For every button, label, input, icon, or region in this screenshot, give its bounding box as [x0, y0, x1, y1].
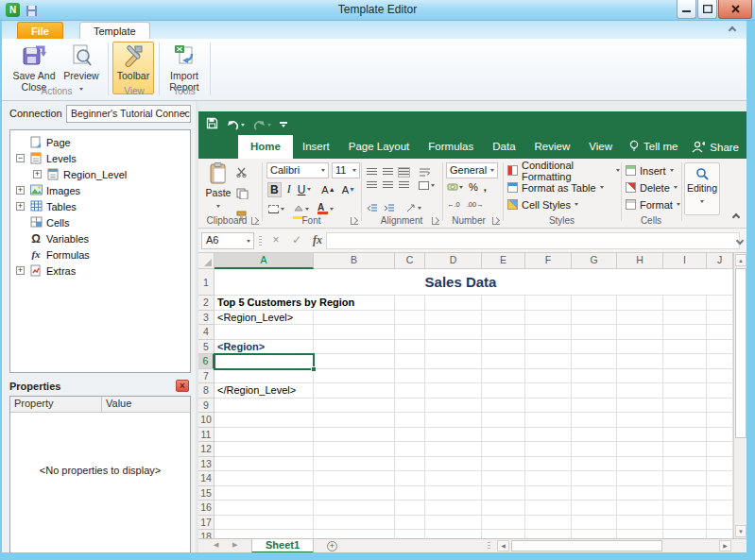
- cell-D15[interactable]: [425, 486, 482, 501]
- cell-J7[interactable]: [707, 369, 733, 384]
- cell-J18[interactable]: [707, 530, 733, 538]
- cell-C5[interactable]: [395, 340, 425, 355]
- cell-J8[interactable]: [707, 383, 733, 399]
- cell-I4[interactable]: [663, 325, 707, 340]
- row-header-2[interactable]: 2: [198, 296, 214, 311]
- cell-C12[interactable]: [395, 442, 425, 457]
- cell-I10[interactable]: [663, 413, 707, 428]
- cell-H3[interactable]: [617, 311, 663, 326]
- cell-A2[interactable]: Top 5 Customers by Region: [214, 296, 314, 311]
- cell-H4[interactable]: [617, 325, 663, 340]
- cell-J3[interactable]: [707, 311, 733, 326]
- properties-column-value[interactable]: Value: [102, 397, 190, 412]
- increase-decimal-button[interactable]: ←.0: [447, 200, 460, 209]
- cell-H7[interactable]: [617, 369, 663, 384]
- cell-G9[interactable]: [572, 399, 617, 414]
- cell-E5[interactable]: [482, 340, 525, 355]
- cell-H14[interactable]: [617, 471, 663, 486]
- collapse-ribbon-icon[interactable]: [729, 26, 736, 34]
- merge-center-icon[interactable]: [419, 181, 435, 190]
- cell-A16[interactable]: [214, 501, 314, 516]
- connection-select[interactable]: Beginner's Tutorial Connection: [66, 105, 191, 123]
- column-header-C[interactable]: C: [395, 253, 425, 269]
- cell-F14[interactable]: [525, 471, 572, 486]
- cell-F9[interactable]: [525, 399, 572, 414]
- row-header-12[interactable]: 12: [198, 442, 214, 457]
- scroll-down-icon[interactable]: ▼: [735, 525, 746, 537]
- cell-I18[interactable]: [663, 530, 707, 538]
- decrease-decimal-button[interactable]: .00→: [467, 200, 484, 209]
- column-header-G[interactable]: G: [572, 253, 617, 269]
- bold-button[interactable]: B: [268, 183, 281, 196]
- insert-function-button[interactable]: fx: [308, 232, 327, 249]
- cell-D4[interactable]: [425, 325, 482, 340]
- cell-J11[interactable]: [707, 428, 733, 443]
- cell-C17[interactable]: [395, 516, 425, 531]
- cell-styles-button[interactable]: Cell Styles: [507, 196, 578, 212]
- properties-column-property[interactable]: Property: [10, 397, 102, 412]
- tree-expander-icon[interactable]: +: [16, 202, 25, 211]
- cell-H17[interactable]: [617, 516, 663, 531]
- cell-A11[interactable]: [214, 428, 314, 443]
- align-center-icon[interactable]: [383, 181, 393, 190]
- font-size-select[interactable]: 11: [332, 162, 360, 178]
- cell-B11[interactable]: [314, 428, 395, 443]
- orientation-icon[interactable]: [406, 203, 421, 212]
- cell-E2[interactable]: [482, 296, 525, 311]
- cell-E16[interactable]: [482, 501, 525, 516]
- collapse-excel-ribbon-icon[interactable]: [732, 213, 740, 221]
- cell-J15[interactable]: [707, 486, 733, 501]
- font-color-button[interactable]: A: [317, 204, 334, 214]
- row-header-18[interactable]: 18: [198, 530, 214, 538]
- cell-D3[interactable]: [425, 311, 482, 326]
- cell-G7[interactable]: [572, 369, 617, 384]
- cell-E18[interactable]: [482, 530, 525, 538]
- cell-G18[interactable]: [572, 530, 617, 538]
- cell-B5[interactable]: [314, 340, 395, 355]
- tree-item-formulas[interactable]: fxFormulas: [10, 246, 190, 263]
- cell-A1-merged-title[interactable]: Sales Data: [214, 269, 707, 295]
- cell-H16[interactable]: [617, 501, 663, 516]
- column-header-F[interactable]: F: [525, 253, 572, 269]
- excel-tab-formulas[interactable]: Formulas: [419, 135, 483, 159]
- cell-I15[interactable]: [663, 486, 707, 501]
- cell-D17[interactable]: [425, 516, 482, 531]
- row-header-5[interactable]: 5: [198, 340, 214, 355]
- horizontal-scrollbar[interactable]: ◀ ▶: [497, 540, 731, 552]
- cell-G17[interactable]: [572, 516, 617, 531]
- cell-C10[interactable]: [395, 413, 425, 428]
- cell-J13[interactable]: [707, 457, 733, 472]
- sheet-nav-left-icon[interactable]: ◀: [214, 541, 218, 549]
- cell-I14[interactable]: [663, 471, 707, 486]
- column-header-D[interactable]: D: [425, 253, 482, 269]
- delete-cells-button[interactable]: Delete: [626, 179, 678, 195]
- cell-C6[interactable]: [395, 354, 425, 369]
- cell-H9[interactable]: [617, 399, 663, 414]
- cell-I5[interactable]: [663, 340, 707, 355]
- cell-G6[interactable]: [572, 354, 617, 369]
- fill-handle[interactable]: [311, 366, 317, 372]
- cell-D18[interactable]: [425, 530, 482, 538]
- cell-A7[interactable]: [214, 369, 314, 384]
- cell-B15[interactable]: [314, 486, 395, 501]
- cell-J2[interactable]: [707, 296, 733, 311]
- column-header-H[interactable]: H: [617, 253, 663, 269]
- row-header-17[interactable]: 17: [198, 516, 214, 531]
- cell-A18[interactable]: [214, 530, 314, 538]
- editing-button[interactable]: Editing: [684, 162, 720, 215]
- cell-C3[interactable]: [395, 311, 425, 326]
- undo-button[interactable]: [227, 120, 245, 130]
- cell-I13[interactable]: [663, 457, 707, 472]
- cell-E17[interactable]: [482, 516, 525, 531]
- paste-button[interactable]: Paste: [204, 162, 232, 210]
- cell-G3[interactable]: [572, 311, 617, 326]
- alignment-launcher-icon[interactable]: [432, 217, 439, 225]
- cell-I7[interactable]: [663, 369, 707, 384]
- cell-H6[interactable]: [617, 354, 663, 369]
- cell-B6[interactable]: [314, 354, 395, 369]
- font-name-select[interactable]: Calibri: [266, 162, 329, 178]
- cell-J1[interactable]: [707, 269, 733, 296]
- row-header-4[interactable]: 4: [198, 325, 214, 340]
- cell-F18[interactable]: [525, 530, 572, 538]
- cell-E12[interactable]: [482, 442, 525, 457]
